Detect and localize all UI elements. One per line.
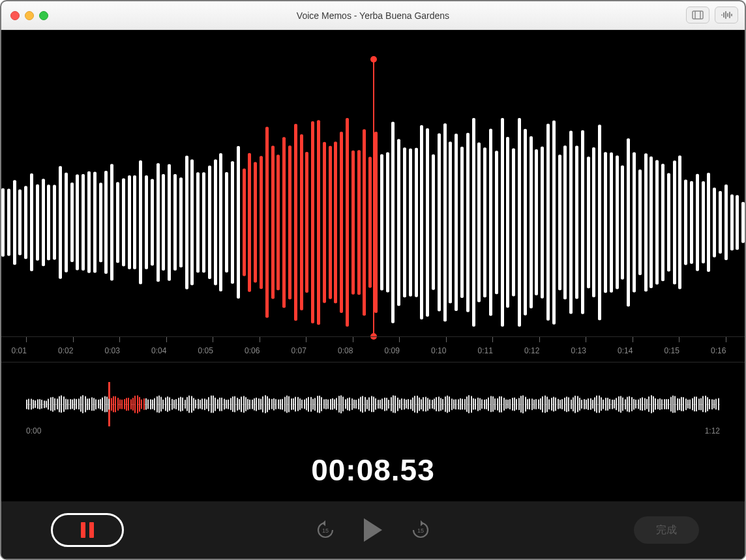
waveform-bar <box>179 178 183 267</box>
overview-bar <box>104 396 106 413</box>
skip-back-button[interactable]: 15 <box>316 520 335 540</box>
waveform-bar <box>495 151 498 294</box>
overview-bar <box>616 398 617 410</box>
overview-bar <box>479 398 481 410</box>
overview-bar <box>336 398 337 410</box>
waveform-bar <box>128 175 131 269</box>
overview-bar <box>438 396 440 411</box>
overview-bar <box>462 398 463 409</box>
overview-bar <box>440 398 441 411</box>
overview-bar <box>143 398 145 410</box>
waveform-bar <box>1 188 5 257</box>
overview-bar <box>108 399 110 410</box>
waveform-bar <box>219 153 222 291</box>
overview-bar <box>713 400 715 409</box>
overview-bar <box>545 395 546 413</box>
overview-bar <box>512 398 513 411</box>
waveform-bar <box>122 179 125 267</box>
overview-bar <box>291 398 292 410</box>
overview-bar <box>599 395 600 413</box>
done-button[interactable]: 完成 <box>634 516 699 544</box>
minimize-window-button[interactable] <box>25 11 34 20</box>
overview-bar <box>414 396 415 413</box>
overview-bar <box>507 400 509 409</box>
playhead[interactable] <box>373 59 374 336</box>
overview-bar <box>76 399 77 409</box>
trim-button[interactable] <box>686 7 709 23</box>
overview-bar <box>399 400 400 409</box>
overview-bar <box>368 397 370 411</box>
overview-bar <box>683 397 684 411</box>
overview-bar <box>672 395 674 413</box>
waveform-bar <box>443 124 447 321</box>
waveform-main[interactable] <box>1 37 745 336</box>
waveform-bar <box>265 127 269 318</box>
overview-bar <box>497 398 498 411</box>
overview-bar <box>46 400 47 407</box>
overview-bar <box>664 399 665 409</box>
app-window: Voice Memos - Yerba Buena Gardens 0:010:… <box>0 0 746 560</box>
waveform-bar <box>621 166 624 279</box>
overview-bar <box>538 400 539 409</box>
waveform-bar <box>724 184 728 260</box>
ruler-label: 0:05 <box>198 346 213 355</box>
levels-button[interactable] <box>715 7 738 23</box>
waveform-bar <box>598 125 601 320</box>
overview-bar <box>494 398 496 410</box>
waveform-bar <box>145 175 148 269</box>
waveform-bar <box>569 131 573 314</box>
overview-bar <box>395 396 396 413</box>
overview-bar <box>182 398 183 411</box>
waveform-overview[interactable]: 0:00 1:12 <box>26 386 720 435</box>
overview-bar <box>471 396 472 413</box>
overview-bar <box>535 399 537 409</box>
overview-bar <box>406 400 407 409</box>
overview-bar <box>488 397 489 411</box>
waveform-bar <box>271 146 275 299</box>
overview-bar <box>501 396 502 413</box>
skip-forward-button[interactable]: 15 <box>411 520 430 540</box>
waveform-bar <box>311 121 314 323</box>
overview-bar <box>162 400 164 409</box>
overview-bar <box>711 399 713 409</box>
ruler-tick: 0:03 <box>112 337 127 355</box>
waveform-bar <box>276 155 280 289</box>
overview-bar <box>694 396 695 411</box>
pause-button[interactable] <box>51 513 124 547</box>
overview-bar <box>620 396 621 413</box>
waveform-bar <box>196 172 200 272</box>
overview-bar <box>531 398 533 410</box>
overview-bar <box>139 397 140 412</box>
overview-bar <box>358 398 359 409</box>
play-button[interactable] <box>364 518 382 542</box>
ruler-tick: 0:15 <box>672 337 687 355</box>
waveform-bar <box>707 173 710 272</box>
overview-bar <box>275 399 276 409</box>
waveform-bar <box>254 162 257 283</box>
overview-bar <box>106 396 108 412</box>
close-window-button[interactable] <box>10 11 20 20</box>
overview-bar <box>698 398 700 410</box>
overview-bar <box>314 398 316 411</box>
overview-bar <box>381 398 383 409</box>
overview-bar <box>692 398 693 410</box>
zoom-window-button[interactable] <box>39 11 48 20</box>
overview-bar <box>560 400 561 409</box>
ruler-label: 0:07 <box>291 346 306 355</box>
overview-bar <box>631 397 633 411</box>
skip-back-icon: 15 <box>316 520 335 540</box>
overview-bar <box>237 398 238 411</box>
waveform-bar <box>696 174 699 271</box>
overview-bar <box>208 397 209 411</box>
svg-text:15: 15 <box>322 527 329 534</box>
time-ruler[interactable]: 0:010:020:030:040:050:060:070:080:090:10… <box>1 336 745 362</box>
overview-bar <box>219 398 220 411</box>
overview-bar <box>558 399 559 409</box>
overview-bar <box>319 396 320 413</box>
overview-bar <box>80 396 82 412</box>
waveform-bar <box>357 150 361 295</box>
waveform-bar <box>477 143 481 302</box>
ruler-tick: 0:08 <box>346 337 361 355</box>
overview-bar <box>65 398 67 409</box>
overview-bar <box>186 397 188 411</box>
